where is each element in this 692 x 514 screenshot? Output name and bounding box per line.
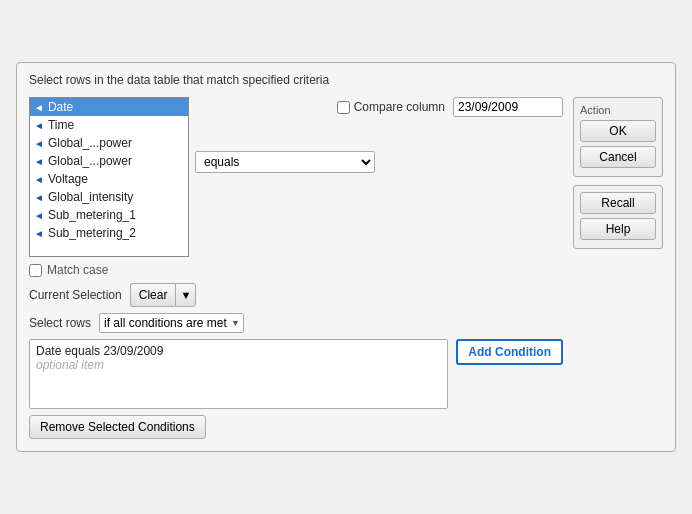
description-text: Select rows in the data table that match… [29, 73, 663, 87]
arrow-icon: ◄ [34, 138, 44, 149]
action-panel: Action OK Cancel Recall Help [573, 97, 663, 439]
arrow-icon: ◄ [34, 156, 44, 167]
conditions-select[interactable]: if all conditions are met [99, 313, 244, 333]
list-item[interactable]: ◄Global_...power [30, 134, 188, 152]
cancel-button[interactable]: Cancel [580, 146, 656, 168]
select-rows-row: Select rows if all conditions are met [29, 313, 563, 333]
recall-button[interactable]: Recall [580, 192, 656, 214]
select-rows-label: Select rows [29, 316, 91, 330]
column-list[interactable]: ◄Date◄Time◄Global_...power◄Global_...pow… [29, 97, 189, 257]
remove-selected-button[interactable]: Remove Selected Conditions [29, 415, 206, 439]
list-item[interactable]: ◄Date [30, 98, 188, 116]
clear-dropdown-arrow[interactable]: ▼ [175, 283, 196, 307]
add-condition-button[interactable]: Add Condition [456, 339, 563, 365]
compare-row: Compare column [195, 97, 563, 117]
match-case-row: Match case [29, 263, 563, 277]
clear-dropdown: Clear ▼ [130, 283, 197, 307]
recall-help-group: Recall Help [573, 185, 663, 249]
list-item[interactable]: ◄Time [30, 116, 188, 134]
current-selection-row: Current Selection Clear ▼ [29, 283, 563, 307]
conditions-textarea[interactable]: Date equals 23/09/2009 optional item [29, 339, 448, 409]
arrow-icon: ◄ [34, 102, 44, 113]
list-item[interactable]: ◄Global_...power [30, 152, 188, 170]
list-item[interactable]: ◄Global_intensity [30, 188, 188, 206]
conditions-dropdown-wrap: if all conditions are met [99, 313, 244, 333]
ok-button[interactable]: OK [580, 120, 656, 142]
top-row: ◄Date◄Time◄Global_...power◄Global_...pow… [29, 97, 563, 257]
clear-button[interactable]: Clear [130, 283, 176, 307]
conditions-optional: optional item [36, 358, 441, 372]
arrow-icon: ◄ [34, 192, 44, 203]
conditions-box-row: Date equals 23/09/2009 optional item Add… [29, 339, 563, 409]
help-button[interactable]: Help [580, 218, 656, 240]
ok-cancel-group: Action OK Cancel [573, 97, 663, 177]
condition-area: Compare column equalsnot equalscontainss… [195, 97, 563, 173]
arrow-icon: ◄ [34, 228, 44, 239]
match-case-checkbox[interactable] [29, 264, 42, 277]
compare-column-checkbox[interactable] [337, 101, 350, 114]
action-label: Action [580, 104, 656, 116]
arrow-icon: ◄ [34, 210, 44, 221]
arrow-icon: ◄ [34, 120, 44, 131]
current-selection-label: Current Selection [29, 288, 122, 302]
operator-select[interactable]: equalsnot equalscontainsstarts withends … [195, 151, 375, 173]
list-item[interactable]: ◄Voltage [30, 170, 188, 188]
main-dialog: Select rows in the data table that match… [16, 62, 676, 452]
compare-value-input[interactable] [453, 97, 563, 117]
left-panel: ◄Date◄Time◄Global_...power◄Global_...pow… [29, 97, 563, 439]
list-item[interactable]: ◄Sub_metering_2 [30, 224, 188, 242]
arrow-icon: ◄ [34, 174, 44, 185]
list-item[interactable]: ◄Sub_metering_1 [30, 206, 188, 224]
match-case-label: Match case [47, 263, 108, 277]
conditions-entry: Date equals 23/09/2009 [36, 344, 441, 358]
compare-column-label[interactable]: Compare column [337, 100, 445, 114]
main-content: ◄Date◄Time◄Global_...power◄Global_...pow… [29, 97, 663, 439]
